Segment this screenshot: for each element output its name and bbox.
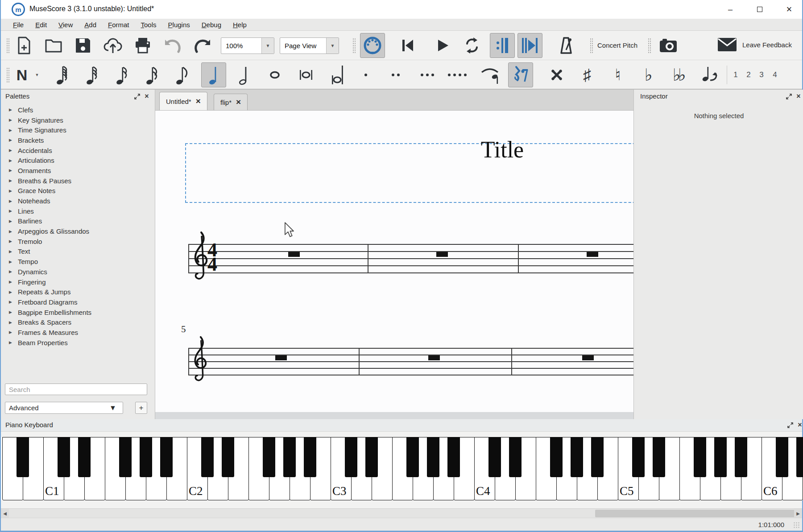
voice-4-button[interactable]: 4 <box>769 66 781 83</box>
palette-item-ornaments[interactable]: ▶Ornaments <box>1 165 155 176</box>
note-eighth-button[interactable] <box>170 62 195 87</box>
scroll-right-icon[interactable]: ▶ <box>794 509 802 518</box>
expand-arrow-icon[interactable]: ▶ <box>9 229 18 234</box>
barline[interactable] <box>368 244 368 273</box>
title-frame[interactable] <box>185 143 633 203</box>
toolbar-drag-handle[interactable] <box>6 67 10 82</box>
loop-playback-button[interactable] <box>459 33 484 58</box>
piano-black-key-Asharp2[interactable] <box>304 437 316 477</box>
voice-3-button[interactable]: 3 <box>756 66 767 83</box>
note-16th-button[interactable] <box>140 62 165 87</box>
concert-pitch-toggle[interactable]: Concert Pitch <box>597 41 637 49</box>
palette-item-noteheads[interactable]: ▶Noteheads <box>1 196 155 206</box>
palette-item-frames-measures[interactable]: ▶Frames & Measures <box>1 327 155 338</box>
palette-item-grace-notes[interactable]: ▶Grace Notes <box>1 186 155 196</box>
piano-black-key-Csharp2[interactable] <box>201 437 214 477</box>
undock-icon[interactable] <box>786 421 794 429</box>
undock-icon[interactable] <box>785 93 793 100</box>
expand-arrow-icon[interactable]: ▶ <box>9 249 18 254</box>
piano-black-key-Asharp3[interactable] <box>447 437 460 477</box>
undock-icon[interactable] <box>133 93 141 100</box>
note-input-mode-dropdown[interactable]: ▼ <box>32 62 42 87</box>
voice-2-button[interactable]: 2 <box>743 66 754 83</box>
piano-black-key-Asharp0[interactable] <box>17 437 29 477</box>
maximize-button[interactable] <box>749 2 770 17</box>
double-dot-button[interactable] <box>383 62 408 87</box>
note-64th-button[interactable] <box>80 62 105 87</box>
menu-debug[interactable]: Debug <box>196 20 227 30</box>
expand-arrow-icon[interactable]: ▶ <box>9 168 18 173</box>
horizontal-scrollbar[interactable]: ◀ ▶ <box>1 508 802 518</box>
palette-search-input[interactable] <box>5 384 147 395</box>
menu-file[interactable]: File <box>7 20 29 30</box>
expand-arrow-icon[interactable]: ▶ <box>9 340 18 345</box>
palette-item-accidentals[interactable]: ▶Accidentals <box>1 145 155 156</box>
expand-arrow-icon[interactable]: ▶ <box>9 209 18 213</box>
expand-arrow-icon[interactable]: ▶ <box>9 118 18 122</box>
piano-black-key-Dsharp1[interactable] <box>78 437 91 477</box>
expand-arrow-icon[interactable]: ▶ <box>9 310 18 314</box>
metronome-button[interactable] <box>554 33 579 58</box>
note-whole-button[interactable] <box>262 62 287 87</box>
close-tab-icon[interactable]: × <box>196 96 201 106</box>
palette-item-tremolo[interactable]: ▶Tremolo <box>1 236 155 247</box>
expand-arrow-icon[interactable]: ▶ <box>9 320 18 325</box>
piano-black-key-Csharp1[interactable] <box>58 437 70 477</box>
tab-flip[interactable]: flip* × <box>214 94 248 110</box>
piano-black-key-Csharp6[interactable] <box>776 437 788 477</box>
minimize-button[interactable]: – <box>720 2 741 17</box>
close-tab-icon[interactable]: × <box>236 97 241 107</box>
piano-black-key-Dsharp2[interactable] <box>222 437 234 477</box>
view-mode-select[interactable]: Page View ▼ <box>280 37 339 54</box>
whole-measure-rest[interactable] <box>275 355 287 360</box>
barline[interactable] <box>518 244 519 273</box>
close-icon[interactable]: × <box>795 93 803 100</box>
piano-black-key-Dsharp5[interactable] <box>653 437 665 477</box>
undo-button[interactable] <box>160 33 185 58</box>
palette-item-breaks-spacers[interactable]: ▶Breaks & Spacers <box>1 317 155 327</box>
piano-black-key-Dsharp6[interactable] <box>796 437 803 477</box>
piano-black-key-Gsharp1[interactable] <box>140 437 152 477</box>
play-button[interactable] <box>430 33 455 58</box>
menu-edit[interactable]: Edit <box>29 20 53 30</box>
chevron-down-icon[interactable]: ▼ <box>261 38 274 54</box>
piano-black-key-Gsharp2[interactable] <box>283 437 296 477</box>
redo-button[interactable] <box>190 33 215 58</box>
palette-item-dynamics[interactable]: ▶Dynamics <box>1 267 155 277</box>
piano-black-key-Fsharp3[interactable] <box>406 437 419 477</box>
flat-button[interactable]: ♭ <box>636 62 661 87</box>
scroll-left-icon[interactable]: ◀ <box>1 509 9 518</box>
palette-item-beam-properties[interactable]: ▶Beam Properties <box>1 338 155 348</box>
natural-button[interactable]: ♮ <box>605 62 630 87</box>
menu-tools[interactable]: Tools <box>135 20 162 30</box>
palette-item-repeats-jumps[interactable]: ▶Repeats & Jumps <box>1 287 155 297</box>
rest-button[interactable] <box>508 62 533 87</box>
double-flat-button[interactable]: ♭♭ <box>667 62 692 87</box>
play-repeats-toggle[interactable] <box>490 33 515 58</box>
leave-feedback-button[interactable]: Leave Feedback <box>717 37 792 52</box>
piano-black-key-Dsharp4[interactable] <box>509 437 522 477</box>
save-button[interactable] <box>70 33 95 58</box>
expand-arrow-icon[interactable]: ▶ <box>9 199 18 203</box>
menu-plugins[interactable]: Plugins <box>162 20 196 30</box>
palette-item-fingering[interactable]: ▶Fingering <box>1 277 155 287</box>
close-button[interactable]: × <box>779 2 799 17</box>
piano-black-key-Asharp4[interactable] <box>591 437 604 477</box>
barline[interactable] <box>359 348 360 375</box>
close-icon[interactable]: × <box>143 93 151 100</box>
expand-arrow-icon[interactable]: ▶ <box>9 300 18 304</box>
zoom-select[interactable]: 100% ▼ <box>221 37 274 54</box>
palette-item-breaths-pauses[interactable]: ▶Breaths & Pauses <box>1 176 155 186</box>
whole-measure-rest[interactable] <box>587 252 598 257</box>
piano-black-key-Gsharp5[interactable] <box>714 437 727 477</box>
triple-dot-button[interactable] <box>415 62 440 87</box>
piano-black-key-Asharp1[interactable] <box>160 437 173 477</box>
palette-item-time-signatures[interactable]: ▶Time Signatures <box>1 125 155 135</box>
palette-item-barlines[interactable]: ▶Barlines <box>1 216 155 227</box>
expand-arrow-icon[interactable]: ▶ <box>9 107 18 112</box>
save-online-button[interactable] <box>100 33 125 58</box>
palette-item-arpeggios-glissandos[interactable]: ▶Arpeggios & Glissandos <box>1 226 155 236</box>
score-title-text[interactable]: Title <box>481 136 524 163</box>
palette-item-key-signatures[interactable]: ▶Key Signatures <box>1 115 155 125</box>
expand-arrow-icon[interactable]: ▶ <box>9 148 18 153</box>
